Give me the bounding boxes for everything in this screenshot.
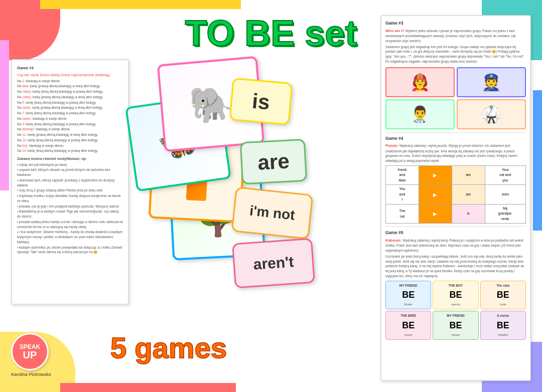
be-card6-title: A nurse: [483, 313, 523, 318]
word-are-text: are: [257, 149, 290, 174]
be-card-theboy: THE BOY BE sporty: [433, 281, 478, 310]
game1-line13: Na 12: kartę (lewą dłonią klaskają) w pr…: [17, 138, 123, 143]
game1-line7: Na sześć: kartę (prawą dłonią klaskają) …: [17, 105, 123, 110]
game1-mod4: • Gdy chcą 2 grupy zobaną talton Patrick…: [17, 188, 123, 193]
puzzle-verb2: are: [452, 185, 485, 205]
game1-mod5: • Kiążkowy środka i krąży obwołów, Każdy…: [17, 193, 123, 204]
side-decoration-top: [40, 0, 241, 9]
game1-line5: Na cztery: kartę (prawą dłonią klaskają)…: [17, 95, 123, 100]
be-card-myfriend2: MY FRIEND BE clever: [433, 311, 478, 340]
game3-subtitle-color: Who am I?: [385, 29, 404, 33]
doctor-image: 👨‍⚕️: [385, 99, 455, 129]
game3-text2: Zadaniem grupy jest odgadnąć kim jest ic…: [385, 45, 526, 64]
word-imnot-card: i'm not: [231, 186, 314, 240]
game1-line11: Na dziesięć: klaskają w swoje dłonie.: [17, 127, 123, 132]
game1-line8: Na 7: kartę (lewą dłonią klaskają) w pra…: [17, 111, 123, 116]
be-card-thebird: THE BIRD BE noisy: [385, 311, 431, 340]
logo-speak-text: SPEAK: [20, 344, 40, 350]
be-card4-desc: noisy: [388, 333, 429, 337]
game5-text: Kaboom: Wydrukuj zalamiuj i wytnij karty…: [385, 238, 526, 253]
game5-text2: Uczniowie po kolei biorą kartę i uzupełn…: [385, 254, 526, 279]
be-card4-title: THE BIRD: [388, 313, 429, 318]
game4-subtitle: Puzzle:: [385, 143, 398, 148]
game1-modify: Zabawę można również modyfikować, np:: [17, 156, 123, 162]
game1-mod1: • robiąc też pół-klaśnięcia po lewej: [17, 162, 123, 167]
game1-line10: Na 9: kartę (lewą dłonią klaskają) w pra…: [17, 122, 123, 127]
puzzle-subject2: YouandI: [386, 185, 419, 205]
word-arent-text: aren't: [253, 253, 295, 273]
game1-line15: Na 14: kartę (lewą dłonią klaskają) w pr…: [17, 148, 123, 153]
side-decoration-bottom: [60, 383, 236, 392]
game1-line4: Na cztery: kartę (lewą dłonią klaskają) …: [17, 89, 123, 94]
game1-line6: Na 5: kartę (lewą dłonią klaskają) w pra…: [17, 100, 123, 105]
puzzle-obj1: Yourcat andyou: [485, 165, 525, 185]
be-card3-desc: cute: [483, 302, 523, 307]
game1-panel: Game #1 Cup the cards Dzieci dzielą Gram…: [11, 59, 129, 305]
professions-grid: 🧑‍🚒 👮 👨‍⚕️ 🥋: [385, 67, 526, 129]
side-decoration-right: [533, 90, 542, 231]
be-card5-word: BE: [435, 319, 476, 332]
word-imnot-text: i'm not: [249, 203, 296, 223]
divider1: [385, 132, 526, 133]
be-card6-desc: helpful: [483, 333, 523, 337]
puzzle-verb3: is: [452, 204, 485, 224]
right-panel: Game #3 Who am I? Wybierz jedno dziecko …: [380, 15, 531, 381]
be-card4-word: BE: [388, 319, 429, 332]
game1-mod6: • posada, (za tę grę) i nim podjęcia każ…: [17, 204, 123, 209]
game5-section: Game #5 Kaboom: Wydrukuj zalamiuj i wytn…: [385, 230, 526, 340]
puzzle-arrow3: ▶: [419, 204, 452, 224]
puzzle-verb1: are: [452, 165, 485, 185]
game1-line12: Na 11: kartę (prawą dłonią klaskają) w l…: [17, 132, 123, 137]
word-is-text: is: [251, 89, 270, 114]
logo-up-text: UP: [23, 350, 37, 360]
be-card1-word: BE: [388, 288, 429, 302]
divider2: [385, 226, 526, 227]
word-is-card: is: [229, 78, 293, 125]
game1-mod9: • i lica wzajemne: Główne mieliśmy - Każ…: [17, 230, 123, 244]
word-arent-card: aren't: [232, 238, 315, 289]
game4-text: Puzzle: Wydrukuj zalamiuj i wytnij puzzl…: [385, 143, 526, 163]
be-cards-grid: MY FRIEND BE brave THE BOY BE sporty The…: [385, 281, 526, 340]
be-card3-title: The cats: [483, 283, 523, 288]
game1-mod2: • używać kart, których obrazki są przed …: [17, 167, 123, 177]
corner-decoration-tl: [0, 0, 60, 60]
puzzle-subject3: Thecat: [386, 204, 419, 224]
game1-mod7: • Bawkaliśmy je w każdym czasie Tego jak…: [17, 209, 123, 219]
puzzle-subject1: KamilandAlan: [386, 165, 419, 185]
game4-section: Game #4 Puzzle: Wydrukuj zalamiuj i wytn…: [385, 135, 526, 224]
cards-area: 🐘 🦋 🌳 is are i'm not aren't: [120, 55, 316, 301]
be-card5-title: MY FRIEND: [435, 313, 476, 318]
be-card-myfriend: MY FRIEND BE brave: [385, 281, 431, 310]
be-card2-word: BE: [435, 288, 476, 302]
game1-line2: Na 1: klaskają w swoje dłonie.: [17, 79, 123, 84]
be-card-thecats: The cats BE cute: [480, 281, 526, 310]
game1-mod3: • skierować tych, którzy zapisali: przek…: [17, 178, 123, 188]
game1-title: Game #1: [17, 65, 123, 71]
game4-title: Game #4: [385, 135, 526, 142]
game3-title: Game #3: [385, 20, 526, 27]
police-icon: 👮: [481, 70, 501, 94]
be-card5-desc: clever: [435, 333, 476, 337]
puzzle-table: KamilandAlan ▶ are Yourcat andyou Youand…: [385, 165, 526, 224]
logo-author: Karolina Piotrowska: [11, 372, 71, 377]
be-card3-word: BE: [483, 288, 523, 302]
puzzle-arrow1: ▶: [419, 165, 452, 185]
elephant-icon: 🐘: [187, 82, 234, 126]
word-are-card: are: [240, 139, 307, 185]
be-card6-word: BE: [483, 319, 523, 332]
speak-logo: SPEAK UP: [20, 344, 40, 360]
be-card2-title: THE BOY: [435, 283, 476, 288]
be-card1-title: MY FRIEND: [388, 283, 429, 288]
game1-line9: Na osiem: klaskają w swoje dłonie.: [17, 116, 123, 121]
police-image: 👮: [457, 67, 526, 97]
game1-line14: Na trzy: klaskają w swoje dłonie.: [17, 143, 123, 148]
logo-area: SPEAK UP Karolina Piotrowska: [11, 333, 71, 377]
be-card1-desc: brave: [388, 302, 429, 307]
doctor-icon: 👨‍⚕️: [410, 102, 430, 126]
games-count: 5 games: [110, 331, 227, 364]
game1-line1: Cup the cards Dzieci dzielą Grami naprze…: [17, 73, 123, 78]
game1-line3: Na dwa: kartę (prawą dłonią klaskają) w …: [17, 84, 123, 89]
karate-image: 🥋: [457, 99, 526, 129]
page-title: TO BE set: [185, 13, 357, 54]
be-card2-desc: sporty: [435, 302, 476, 307]
